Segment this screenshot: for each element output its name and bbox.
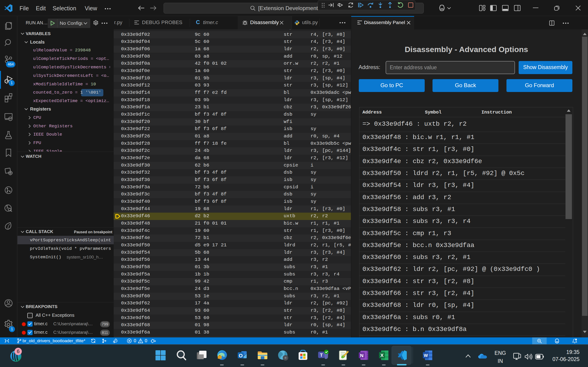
svg-text:6: 6 <box>17 348 19 354</box>
svg-text:W: W <box>424 353 428 358</box>
svg-text:O: O <box>239 353 242 359</box>
svg-text:N: N <box>360 353 363 358</box>
svg-text:T: T <box>320 352 323 358</box>
svg-text:X: X <box>380 352 384 358</box>
